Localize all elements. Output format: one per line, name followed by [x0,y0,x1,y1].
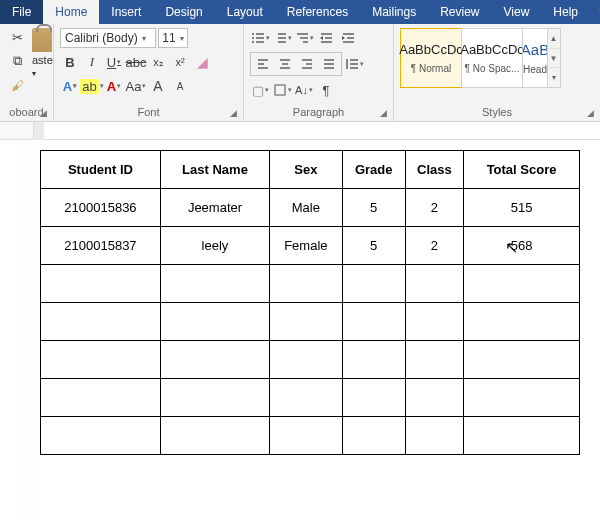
tab-references[interactable]: References [275,0,360,24]
bold-button[interactable]: B [60,52,80,72]
line-spacing-button[interactable] [344,54,364,74]
tab-home[interactable]: Home [43,0,99,24]
tab-mailings[interactable]: Mailings [360,0,428,24]
table-cell[interactable] [270,379,343,417]
increase-indent-button[interactable] [338,28,358,48]
table-cell[interactable] [405,417,463,455]
table-header-cell[interactable]: Class [405,151,463,189]
cut-button[interactable]: ✂ [6,26,28,48]
style-no-spacing[interactable]: AaBbCcDc ¶ No Spac... [461,28,523,88]
multilevel-button[interactable] [294,28,314,48]
table-cell[interactable] [270,417,343,455]
styles-scroll[interactable]: ▲ ▼ ▾ [547,28,561,88]
table-cell[interactable] [41,379,161,417]
table-cell[interactable]: 2 [405,189,463,227]
italic-button[interactable]: I [82,52,102,72]
table-header-cell[interactable]: Total Score [464,151,580,189]
shrink-font-button[interactable]: A [170,76,190,96]
borders-button[interactable] [272,80,292,100]
ruler-vertical[interactable] [0,140,34,520]
table-cell[interactable] [405,265,463,303]
font-color-button[interactable]: A [104,76,124,96]
change-case-button[interactable]: Aa [126,76,146,96]
student-table[interactable]: Student IDLast NameSexGradeClassTotal Sc… [40,150,580,455]
tell-me-icon[interactable]: 💡 [590,0,600,24]
grow-font-button[interactable]: A [148,76,168,96]
highlight-button[interactable]: ab [82,76,102,96]
align-center-button[interactable] [274,54,296,74]
strike-button[interactable]: abc [126,52,146,72]
table-row[interactable] [41,379,580,417]
subscript-button[interactable]: x₂ [148,52,168,72]
table-cell[interactable] [342,303,405,341]
align-left-button[interactable] [252,54,274,74]
clear-format-button[interactable]: ◢ [192,52,212,72]
table-cell[interactable] [342,417,405,455]
style-heading1[interactable]: AaB Head [522,28,548,88]
styles-launcher[interactable]: ◢ [587,108,594,118]
align-right-button[interactable] [296,54,318,74]
table-cell[interactable] [160,341,269,379]
decrease-indent-button[interactable] [316,28,336,48]
paragraph-launcher[interactable]: ◢ [380,108,387,118]
table-cell[interactable]: 5 [342,227,405,265]
clipboard-launcher[interactable]: ◢ [40,108,47,118]
bullets-button[interactable] [250,28,270,48]
table-cell[interactable] [160,379,269,417]
table-row[interactable]: 2100015837leelyFemale52568 [41,227,580,265]
table-row[interactable] [41,417,580,455]
table-cell[interactable]: Male [270,189,343,227]
superscript-button[interactable]: x² [170,52,190,72]
table-cell[interactable]: 2100015836 [41,189,161,227]
table-cell[interactable] [270,341,343,379]
styles-scroll-down[interactable]: ▼ [547,49,560,69]
table-cell[interactable] [464,341,580,379]
document-area[interactable]: Student IDLast NameSexGradeClassTotal Sc… [40,150,594,514]
table-row[interactable] [41,265,580,303]
styles-scroll-up[interactable]: ▲ [547,29,560,49]
paste-label[interactable]: aste ▾ [32,54,53,78]
tab-help[interactable]: Help [541,0,590,24]
table-cell[interactable] [405,379,463,417]
table-cell[interactable] [405,341,463,379]
font-name-combo[interactable]: Calibri (Body)▾ [60,28,156,48]
table-cell[interactable] [405,303,463,341]
numbering-button[interactable] [272,28,292,48]
copy-button[interactable]: ⧉ [6,50,28,72]
shading-button[interactable]: ▢ [250,80,270,100]
table-header-cell[interactable]: Sex [270,151,343,189]
table-cell[interactable] [41,265,161,303]
table-cell[interactable] [464,379,580,417]
font-launcher[interactable]: ◢ [230,108,237,118]
font-size-combo[interactable]: 11▾ [158,28,188,48]
format-painter-button[interactable]: 🖌 [6,74,28,96]
table-cell[interactable] [342,265,405,303]
tab-design[interactable]: Design [153,0,214,24]
text-effects-button[interactable]: A [60,76,80,96]
tab-file[interactable]: File [0,0,43,24]
tab-layout[interactable]: Layout [215,0,275,24]
table-cell[interactable]: 5 [342,189,405,227]
table-cell[interactable] [342,341,405,379]
table-cell[interactable] [342,379,405,417]
table-header-cell[interactable]: Grade [342,151,405,189]
show-marks-button[interactable]: ¶ [316,80,336,100]
tab-view[interactable]: View [492,0,542,24]
table-cell[interactable]: leely [160,227,269,265]
table-header-cell[interactable]: Last Name [160,151,269,189]
table-cell[interactable] [41,417,161,455]
sort-button[interactable]: A↓ [294,80,314,100]
table-cell[interactable] [160,265,269,303]
table-cell[interactable] [270,303,343,341]
tab-review[interactable]: Review [428,0,491,24]
table-cell[interactable]: 2100015837 [41,227,161,265]
table-cell[interactable] [160,417,269,455]
table-cell[interactable]: 568 [464,227,580,265]
table-cell[interactable] [464,417,580,455]
justify-button[interactable] [318,54,340,74]
table-row[interactable] [41,341,580,379]
table-cell[interactable]: Female [270,227,343,265]
table-cell[interactable] [270,265,343,303]
table-cell[interactable] [464,303,580,341]
table-cell[interactable] [464,265,580,303]
